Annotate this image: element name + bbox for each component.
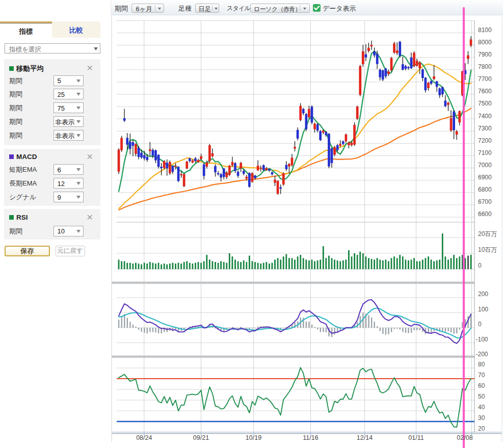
svg-text:-100: -100 — [476, 336, 488, 343]
svg-text:7200: 7200 — [478, 137, 492, 144]
svg-text:6900: 6900 — [478, 174, 492, 181]
svg-text:09/21: 09/21 — [193, 434, 209, 441]
svg-text:0: 0 — [478, 262, 482, 269]
svg-text:6600: 6600 — [478, 210, 492, 218]
svg-text:7400: 7400 — [478, 113, 492, 120]
svg-text:10/19: 10/19 — [246, 434, 261, 441]
svg-text:11/16: 11/16 — [303, 434, 318, 441]
svg-text:02/08: 02/08 — [457, 434, 472, 441]
svg-text:40: 40 — [478, 404, 485, 411]
svg-text:50: 50 — [478, 393, 485, 400]
svg-text:60: 60 — [478, 382, 485, 389]
svg-text:7300: 7300 — [478, 125, 492, 132]
svg-text:10百万: 10百万 — [478, 246, 497, 253]
svg-text:6800: 6800 — [478, 186, 492, 193]
svg-text:0: 0 — [478, 321, 482, 328]
svg-text:7900: 7900 — [478, 51, 492, 58]
svg-text:70: 70 — [478, 372, 485, 379]
svg-text:20百万: 20百万 — [478, 230, 497, 238]
svg-text:7000: 7000 — [478, 162, 492, 169]
svg-text:7700: 7700 — [478, 75, 492, 83]
svg-text:08/24: 08/24 — [136, 434, 152, 441]
svg-text:12/14: 12/14 — [357, 434, 373, 441]
svg-text:200: 200 — [478, 291, 488, 298]
svg-text:7800: 7800 — [478, 63, 492, 70]
svg-text:01/11: 01/11 — [408, 434, 423, 441]
svg-text:6700: 6700 — [478, 198, 492, 205]
svg-text:20: 20 — [478, 425, 485, 432]
svg-text:7100: 7100 — [478, 149, 492, 156]
svg-text:100: 100 — [478, 306, 488, 313]
svg-text:8100: 8100 — [478, 27, 492, 34]
svg-text:7600: 7600 — [478, 88, 492, 95]
svg-text:7500: 7500 — [478, 100, 492, 107]
svg-text:8000: 8000 — [478, 39, 492, 46]
svg-text:30: 30 — [478, 414, 485, 421]
svg-text:80: 80 — [478, 361, 485, 368]
svg-text:-200: -200 — [476, 351, 488, 358]
